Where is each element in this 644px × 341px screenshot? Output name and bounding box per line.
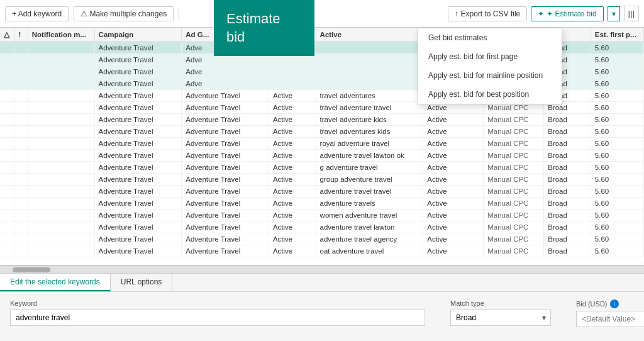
table-cell: Active	[269, 221, 316, 233]
scrollbar-thumb[interactable]	[13, 267, 50, 272]
table-cell	[0, 233, 14, 245]
grip-button[interactable]: |||	[624, 6, 639, 21]
table-cell: Adventure Travel	[94, 126, 182, 138]
col-sort-icon[interactable]: △	[0, 28, 14, 42]
make-changes-button[interactable]: ⚠ Make multiple changes	[74, 6, 174, 21]
table-cell	[28, 221, 94, 233]
table-cell: Active	[269, 186, 316, 198]
match-type-select-wrapper: Broad Phrase Exact	[450, 310, 551, 326]
table-cell: Active	[423, 162, 484, 174]
edit-fields: Keyword Match type Broad Phrase Exact Bi…	[0, 292, 644, 335]
table-cell: adventure travel travel	[316, 186, 423, 198]
table-cell: Manual CPC	[484, 138, 544, 150]
table-cell	[28, 162, 94, 174]
estimate-dropdown-menu: Get bid estimates Apply est. bid for fir…	[418, 28, 562, 104]
table-cell	[28, 126, 94, 138]
table-cell	[14, 42, 28, 54]
col-campaign[interactable]: Campaign	[94, 28, 182, 42]
add-keyword-button[interactable]: + Add keyword	[5, 6, 69, 21]
table-row[interactable]: Adventure TravelAdventure TravelActivead…	[0, 186, 644, 198]
table-row[interactable]: Adventure TravelAdventure TravelActivead…	[0, 233, 644, 245]
table-cell: Adventure Travel	[182, 150, 269, 162]
table-cell: Broad	[544, 150, 591, 162]
horizontal-scrollbar[interactable]	[0, 266, 644, 273]
table-cell: Adventure Travel	[182, 198, 269, 210]
table-cell	[14, 221, 28, 233]
table-cell: adventure travel lawton ok	[316, 150, 423, 162]
table-row[interactable]: Adventure TravelAdventure TravelActivegr…	[0, 174, 644, 186]
table-row[interactable]: Adventure TravelAdventure TravelActiveg …	[0, 162, 644, 174]
tab-edit-keywords[interactable]: Edit the selected keywords	[0, 274, 111, 291]
dropdown-item-first-page[interactable]: Apply est. bid for first page	[418, 47, 562, 66]
table-row[interactable]: Adventure TravelAdventure TravelActivead…	[0, 150, 644, 162]
table-cell: Adventure Travel	[182, 221, 269, 233]
table-cell: Adventure Travel	[182, 114, 269, 126]
table-row[interactable]: Adventure TravelAdventure TravelActivetr…	[0, 126, 644, 138]
table-cell	[28, 138, 94, 150]
edit-panel: Edit the selected keywords URL options K…	[0, 273, 644, 341]
dropdown-item-best[interactable]: Apply est. bid for best position	[418, 85, 562, 104]
table-cell: group adventure travel	[316, 174, 423, 186]
table-row[interactable]: Adventure TravelAdventure TravelActivewo…	[0, 210, 644, 221]
table-cell	[0, 42, 14, 54]
table-cell: Adventure Travel	[182, 245, 269, 257]
table-cell	[28, 174, 94, 186]
table-cell	[0, 198, 14, 210]
table-cell: Active	[423, 114, 484, 126]
table-cell: 5.60	[591, 150, 643, 162]
table-cell: 5.60	[591, 78, 643, 90]
tab-url-options[interactable]: URL options	[111, 274, 173, 291]
table-cell: Active	[423, 221, 484, 233]
table-cell: adventure travel agency	[316, 233, 423, 245]
estimate-dropdown-button[interactable]: ▾	[608, 6, 620, 21]
table-cell: royal adventure travel	[316, 138, 423, 150]
table-cell	[0, 221, 14, 233]
export-csv-button[interactable]: ↑ Export to CSV file	[448, 6, 528, 21]
table-cell	[28, 150, 94, 162]
table-cell	[269, 78, 316, 90]
col-keyword[interactable]: Active	[316, 28, 423, 42]
keyword-input[interactable]	[10, 310, 425, 326]
keyword-field-group: Keyword	[10, 299, 425, 326]
table-cell: Active	[423, 210, 484, 221]
col-est-first[interactable]: Est. first p...	[591, 28, 643, 42]
add-keyword-label: + Add keyword	[12, 9, 62, 18]
table-cell	[0, 174, 14, 186]
table-cell	[14, 90, 28, 102]
dropdown-item-get-estimates[interactable]: Get bid estimates	[418, 28, 562, 47]
table-cell	[14, 150, 28, 162]
table-row[interactable]: Adventure TravelAdventure TravelActiveoa…	[0, 245, 644, 257]
match-type-select[interactable]: Broad Phrase Exact	[450, 310, 551, 326]
bid-info-icon[interactable]: i	[610, 299, 619, 308]
table-cell	[28, 245, 94, 257]
table-cell: Active	[269, 126, 316, 138]
table-row[interactable]: Adventure TravelAdventure TravelActivero…	[0, 138, 644, 150]
table-cell: Active	[423, 186, 484, 198]
table-row[interactable]: Adventure TravelAdventure TravelActivetr…	[0, 114, 644, 126]
table-cell	[0, 54, 14, 66]
table-cell	[0, 114, 14, 126]
estimate-bid-button[interactable]: ✦ ✦ Estimate bid	[531, 6, 603, 21]
table-cell: Broad	[544, 174, 591, 186]
table-cell: Manual CPC	[484, 126, 544, 138]
table-cell	[14, 233, 28, 245]
table-cell: Manual CPC	[484, 174, 544, 186]
table-cell	[14, 126, 28, 138]
col-notification[interactable]: Notification m...	[28, 28, 94, 42]
grip-icon: |||	[628, 9, 635, 18]
dropdown-item-mainline[interactable]: Apply est. bid for mainline position	[418, 66, 562, 85]
bid-input[interactable]	[576, 311, 644, 327]
table-cell: travel adventure kids	[316, 114, 423, 126]
table-cell: Adventure Travel	[182, 126, 269, 138]
table-cell: 5.60	[591, 210, 643, 221]
table-cell: Broad	[544, 233, 591, 245]
bid-field-group: Bid (USD) i	[576, 299, 644, 327]
col-info-icon[interactable]: !	[14, 28, 28, 42]
table-row[interactable]: Adventure TravelAdventure TravelActivead…	[0, 221, 644, 233]
table-cell: Adve	[182, 78, 269, 90]
table-cell: Broad	[544, 198, 591, 210]
table-cell: Adventure Travel	[94, 138, 182, 150]
table-row[interactable]: Adventure TravelAdventure TravelActivead…	[0, 198, 644, 210]
table-cell: Broad	[544, 162, 591, 174]
table-cell: adventure travel lawton	[316, 221, 423, 233]
